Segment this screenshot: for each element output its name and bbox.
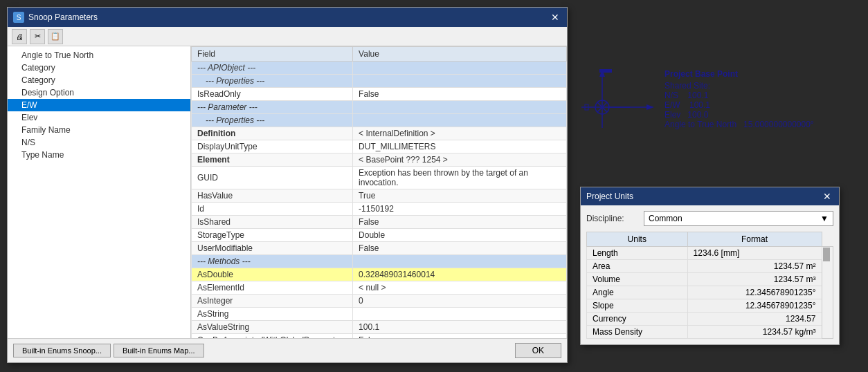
field-cell: Id: [192, 203, 353, 216]
unit-cell: Length: [587, 247, 688, 260]
snoop-title: Snoop Parameters: [28, 12, 98, 22]
elev-label: Elev: [664, 110, 680, 120]
unit-cell: Currency: [587, 313, 688, 326]
table-row: GUID Exception has been thrown by the ta…: [192, 167, 567, 189]
discipline-label: Discipline:: [586, 214, 638, 223]
unit-cell: Mass Density: [587, 326, 688, 339]
snoop-icon: S: [13, 12, 24, 23]
tree-item-family-name[interactable]: Family Name: [8, 124, 190, 136]
units-content: Discipline: Common ▼ Units Format Length…: [581, 205, 839, 344]
value-cell: DUT_MILLIMETERS: [353, 140, 567, 154]
value-cell: -1150192: [353, 203, 567, 216]
dialog-footer: Built-in Enums Snoop... Built-in Enums M…: [8, 338, 567, 362]
table-row: AsString: [192, 308, 567, 321]
units-title: Project Units: [586, 192, 633, 201]
snoop-close-button[interactable]: ✕: [549, 11, 561, 24]
table-row[interactable]: Slope 12.345678901235°: [587, 299, 833, 313]
angle-label: Angle to True North: [664, 120, 736, 129]
table-row: AsDouble 0.328489031460014: [192, 268, 567, 281]
table-row: --- Methods ---: [192, 255, 567, 268]
tree-item-ew[interactable]: E/W: [8, 99, 190, 111]
table-row: --- Properties ---: [192, 75, 567, 88]
print-button[interactable]: 🖨: [12, 29, 27, 44]
ok-button[interactable]: OK: [515, 343, 561, 358]
units-close-button[interactable]: ✕: [821, 190, 833, 203]
table-row: Definition < InternalDefinition >: [192, 127, 567, 140]
annotation-text-block: Project Base Point Shared Site: N/S 100.…: [664, 69, 814, 129]
value-cell: False: [353, 216, 567, 229]
tree-item-ns[interactable]: N/S: [8, 136, 190, 149]
table-row: DisplayUnitType DUT_MILLIMETERS: [192, 140, 567, 154]
dropdown-chevron-icon: ▼: [820, 214, 829, 223]
field-cell: --- APIObject ---: [192, 62, 353, 75]
value-cell: 0: [353, 295, 567, 308]
format-cell: 12.345678901235°: [687, 299, 822, 313]
field-cell: UserModifiable: [192, 242, 353, 255]
table-row[interactable]: Length 1234.6 [mm]: [587, 247, 833, 260]
table-row: AsValueString 100.1: [192, 321, 567, 334]
ns-label: N/S: [664, 91, 678, 100]
format-cell: 1234.6 [mm]: [687, 247, 822, 260]
table-row[interactable]: Mass Density 1234.57 kg/m³: [587, 326, 833, 339]
value-cell: [353, 101, 567, 114]
format-cell: 1234.57 m²: [687, 260, 822, 273]
value-cell: False: [353, 242, 567, 255]
table-row: AsInteger 0: [192, 295, 567, 308]
value-cell: < null >: [353, 281, 567, 295]
scrollbar-header: [822, 232, 833, 247]
ew-annotation: E/W 100.1: [664, 100, 814, 110]
discipline-select[interactable]: Common ▼: [644, 211, 833, 226]
value-cell: [353, 75, 567, 88]
data-table: Field Value --- APIObject --- --- Proper…: [191, 46, 567, 338]
value-header: Value: [353, 47, 567, 62]
field-cell: AsDouble: [192, 268, 353, 281]
ew-label: E/W: [664, 100, 680, 110]
tree-item-type-name[interactable]: Type Name: [8, 149, 190, 161]
angle-annotation: Angle to True North 15.000000000000°: [664, 120, 814, 129]
table-row: HasValue True: [192, 189, 567, 203]
field-cell: --- Properties ---: [192, 114, 353, 127]
unit-cell: Area: [587, 260, 688, 273]
value-cell: True: [353, 189, 567, 203]
scrollbar[interactable]: [822, 247, 833, 339]
table-row[interactable]: Volume 1234.57 m³: [587, 273, 833, 286]
format-cell: 1234.57 m³: [687, 273, 822, 286]
unit-cell: Volume: [587, 273, 688, 286]
table-panel: Field Value --- APIObject --- --- Proper…: [191, 46, 567, 338]
snoop-content: Angle to True North Category Category De…: [8, 46, 567, 338]
copy-button[interactable]: ✂: [30, 29, 45, 44]
project-base-point-label: Project Base Point: [664, 69, 814, 79]
table-row: IsReadOnly False: [192, 88, 567, 101]
tree-item-angle[interactable]: Angle to True North: [8, 49, 190, 62]
table-row: --- Parameter ---: [192, 101, 567, 114]
field-cell: AsString: [192, 308, 353, 321]
tree-item-elev[interactable]: Elev: [8, 111, 190, 124]
table-row: Element < BasePoint ??? 1254 >: [192, 154, 567, 167]
footer-left-buttons: Built-in Enums Snoop... Built-in Enums M…: [13, 344, 204, 357]
built-in-enums-map-button[interactable]: Built-in Enums Map...: [114, 344, 204, 357]
export-button[interactable]: 📋: [48, 29, 63, 44]
tree-panel[interactable]: Angle to True North Category Category De…: [8, 46, 191, 338]
snoop-parameters-dialog: S Snoop Parameters ✕ 🖨 ✂ 📋 Angle to True…: [7, 7, 568, 363]
ns-value: 100.1: [687, 91, 708, 100]
format-col-header: Format: [687, 232, 822, 247]
field-cell: StorageType: [192, 229, 353, 242]
tree-item-design-option[interactable]: Design Option: [8, 86, 190, 99]
field-cell: IsReadOnly: [192, 88, 353, 101]
table-row: --- APIObject ---: [192, 62, 567, 75]
table-row[interactable]: Angle 12.345678901235°: [587, 286, 833, 299]
table-row: StorageType Double: [192, 229, 567, 242]
table-row[interactable]: Currency 1234.57: [587, 313, 833, 326]
tree-item-category2[interactable]: Category: [8, 74, 190, 86]
ew-value: 100.1: [689, 100, 710, 110]
value-cell: False: [353, 88, 567, 101]
tree-item-category1[interactable]: Category: [8, 62, 190, 74]
discipline-value: Common: [649, 214, 682, 223]
table-row[interactable]: Area 1234.57 m²: [587, 260, 833, 273]
unit-cell: Slope: [587, 299, 688, 313]
value-cell: 100.1: [353, 321, 567, 334]
built-in-enums-snoop-button[interactable]: Built-in Enums Snoop...: [13, 344, 111, 357]
value-cell: < InternalDefinition >: [353, 127, 567, 140]
value-cell: [353, 308, 567, 321]
table-row: --- Properties ---: [192, 114, 567, 127]
